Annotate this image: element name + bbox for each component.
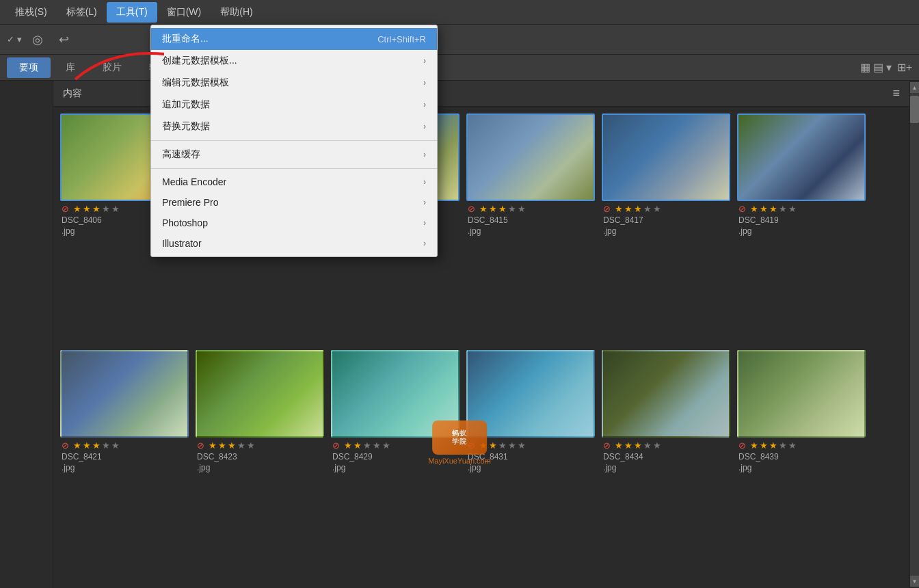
submenu-arrow-icon: › [423,78,426,88]
menu-item-label: Illustrator [162,238,202,249]
dropdown-menu: 批重命名...Ctrl+Shift+R创建元数据模板...›编辑元数据模板›追加… [150,25,438,257]
submenu-arrow-icon: › [423,56,426,66]
submenu-arrow-icon: › [423,198,426,207]
menu-item-追加元数据[interactable]: 追加元数据› [151,94,437,116]
menu-item-label: Media Encoder [162,176,226,187]
submenu-arrow-icon: › [423,100,426,109]
menu-item-label: 替换元数据 [162,120,210,133]
menu-item-media-encoder[interactable]: Media Encoder› [151,172,437,192]
menu-item-label: 高速缓存 [162,148,200,161]
menu-separator-7 [151,168,437,169]
menu-item-label: 创建元数据模板... [162,55,237,67]
menu-item-编辑元数据模板[interactable]: 编辑元数据模板› [151,72,437,94]
menu-item-创建元数据模板...[interactable]: 创建元数据模板...› [151,50,437,72]
menu-item-shortcut: Ctrl+Shift+R [377,34,426,44]
submenu-arrow-icon: › [423,239,426,248]
submenu-arrow-icon: › [423,177,426,187]
menu-item-label: Photoshop [162,217,208,228]
red-arrow-icon [68,25,164,86]
submenu-arrow-icon: › [423,218,426,228]
submenu-arrow-icon: › [423,122,426,131]
menu-item-label: Premiere Pro [162,197,218,208]
menu-item-label: 编辑元数据模板 [162,77,229,89]
submenu-arrow-icon: › [423,150,426,159]
menu-item-label: 批重命名... [162,33,209,45]
dropdown-overlay[interactable]: 批重命名...Ctrl+Shift+R创建元数据模板...›编辑元数据模板›追加… [0,0,919,588]
menu-item-illustrator[interactable]: Illustrator› [151,233,437,254]
menu-item-premiere-pro[interactable]: Premiere Pro› [151,192,437,213]
menu-item-替换元数据[interactable]: 替换元数据› [151,116,437,137]
menu-item-批重命名...[interactable]: 批重命名...Ctrl+Shift+R [151,28,437,50]
menu-item-高速缓存[interactable]: 高速缓存› [151,144,437,165]
menu-item-photoshop[interactable]: Photoshop› [151,213,437,233]
menu-separator-5 [151,140,437,141]
menu-item-label: 追加元数据 [162,98,210,111]
